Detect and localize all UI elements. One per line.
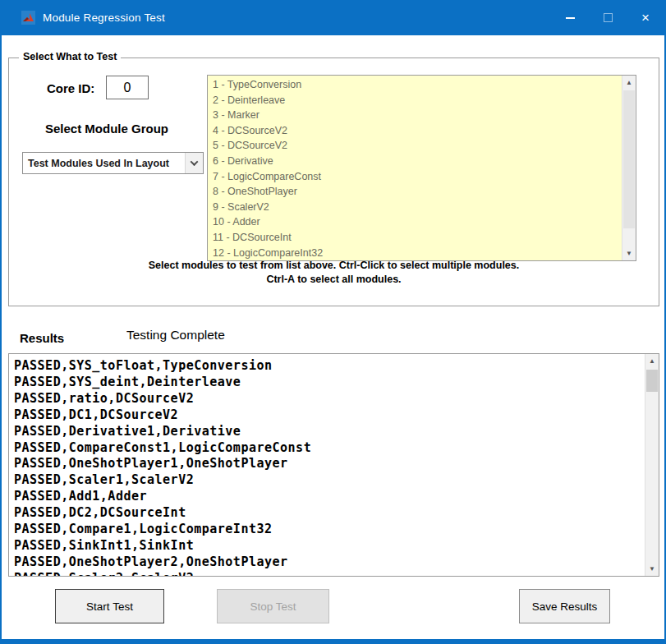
results-line[interactable]: PASSED,DC2,DCSourceInt <box>14 505 645 522</box>
module-list-item[interactable]: 11 - DCSourceInt <box>213 230 622 246</box>
chevron-down-icon <box>191 158 199 166</box>
results-scrollbar-track[interactable] <box>645 368 659 562</box>
stop-test-button[interactable]: Stop Test <box>217 589 329 623</box>
results-line[interactable]: PASSED,OneShotPlayer1,OneShotPlayer <box>14 456 645 472</box>
module-list-item[interactable]: 4 - DCSourceV2 <box>213 123 622 139</box>
module-list[interactable]: 1 - TypeConversion2 - Deinterleave3 - Ma… <box>208 76 622 260</box>
scroll-down-icon[interactable]: ▼ <box>645 562 659 576</box>
results-line[interactable]: PASSED,SYS_toFloat,TypeConversion <box>14 358 645 375</box>
maximize-button[interactable] <box>589 0 627 35</box>
maximize-icon <box>604 13 613 22</box>
module-help-text: Select modules to test from list above. … <box>9 259 659 286</box>
module-list-item[interactable]: 8 - OneShotPlayer <box>213 184 622 200</box>
module-list-item[interactable]: 1 - TypeConversion <box>213 77 622 93</box>
results-line[interactable]: PASSED,Scaler1,ScalerV2 <box>14 472 645 489</box>
results-line[interactable]: PASSED,Derivative1,Derivative <box>14 424 645 440</box>
module-list-item[interactable]: 6 - Derivative <box>213 154 622 169</box>
group-legend: Select What to Test <box>19 51 121 62</box>
module-list-scrollbar[interactable]: ▲ ▼ <box>622 76 636 260</box>
results-scrollbar-thumb[interactable] <box>646 370 658 392</box>
results-list[interactable]: PASSED,SYS_toFloat,TypeConversionPASSED,… <box>9 354 645 576</box>
select-what-to-test-group: Select What to Test Core ID: Select Modu… <box>8 58 659 306</box>
minimize-button[interactable] <box>551 0 589 35</box>
module-scrollbar-thumb[interactable] <box>623 90 635 228</box>
results-label: Results <box>20 331 64 345</box>
results-line[interactable]: PASSED,Add1,Adder <box>14 489 645 505</box>
scroll-up-icon[interactable]: ▲ <box>645 354 659 368</box>
results-line[interactable]: PASSED,CompareConst1,LogicCompareConst <box>14 440 645 457</box>
module-list-item[interactable]: 3 - Marker <box>213 108 622 123</box>
module-scrollbar-track[interactable] <box>622 90 636 246</box>
matlab-app-icon <box>21 11 35 25</box>
results-listbox[interactable]: PASSED,SYS_toFloat,TypeConversionPASSED,… <box>8 353 659 577</box>
minimize-icon <box>566 17 575 19</box>
window-title: Module Regression Test <box>43 12 165 24</box>
module-list-item[interactable]: 2 - Deinterleave <box>213 93 622 108</box>
start-test-button[interactable]: Start Test <box>55 589 164 623</box>
module-list-item[interactable]: 10 - Adder <box>213 214 622 230</box>
module-list-item[interactable]: 7 - LogicCompareConst <box>213 169 622 185</box>
module-list-item[interactable]: 5 - DCSourceV2 <box>213 138 622 154</box>
results-header: Results Testing Complete <box>2 328 664 349</box>
module-list-item[interactable]: 9 - ScalerV2 <box>213 200 622 215</box>
core-id-input[interactable] <box>106 76 149 99</box>
core-id-label: Core ID: <box>47 81 94 95</box>
results-scrollbar[interactable]: ▲ ▼ <box>645 354 659 576</box>
results-line[interactable]: PASSED,SinkInt1,SinkInt <box>14 538 645 554</box>
results-line[interactable]: PASSED,Compare1,LogicCompareInt32 <box>14 522 645 538</box>
save-results-button[interactable]: Save Results <box>519 589 610 623</box>
module-regression-test-window: Module Regression Test × Select What to … <box>0 0 666 644</box>
results-line[interactable]: PASSED,SYS_deint,Deinterleave <box>14 375 645 391</box>
close-icon: × <box>641 11 650 25</box>
testing-status-text: Testing Complete <box>126 328 225 343</box>
module-group-dropdown[interactable]: Test Modules Used In Layout <box>22 152 204 174</box>
results-line[interactable]: PASSED,OneShotPlayer2,OneShotPlayer <box>14 554 645 571</box>
results-line[interactable]: PASSED,ratio,DCSourceV2 <box>14 391 645 407</box>
window-controls: × <box>551 0 664 35</box>
module-listbox[interactable]: 1 - TypeConversion2 - Deinterleave3 - Ma… <box>207 75 636 261</box>
module-group-label: Select Module Group <box>45 122 168 136</box>
results-line[interactable]: PASSED,DC1,DCSourceV2 <box>14 407 645 424</box>
close-button[interactable]: × <box>627 0 664 35</box>
module-help-line-1: Select modules to test from list above. … <box>9 259 659 273</box>
module-group-selected-value: Test Modules Used In Layout <box>23 158 185 169</box>
results-line[interactable]: PASSED,Scaler2,ScalerV2 <box>14 571 645 576</box>
scroll-up-icon[interactable]: ▲ <box>622 76 636 90</box>
dropdown-arrow-button[interactable] <box>185 153 203 173</box>
titlebar[interactable]: Module Regression Test × <box>2 0 664 35</box>
module-help-line-2: Ctrl-A to select all modules. <box>9 273 659 287</box>
